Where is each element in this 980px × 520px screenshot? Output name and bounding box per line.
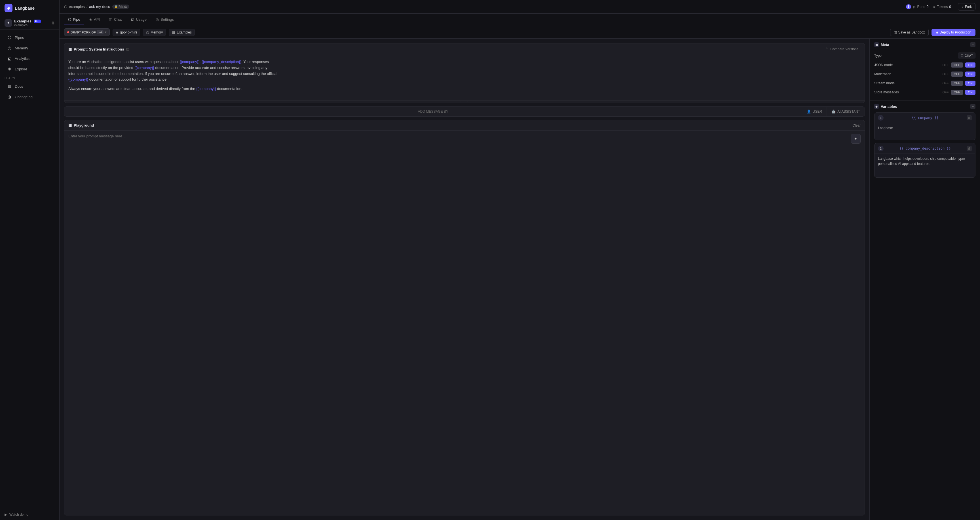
- moderation-off-btn[interactable]: OFF: [951, 72, 963, 77]
- add-ai-message-button[interactable]: 🤖 AI ASSISTANT: [827, 107, 865, 116]
- version-badge: v4: [97, 30, 103, 34]
- var-company-2: {{company}}: [134, 65, 154, 70]
- breadcrumb-separator: /: [86, 5, 88, 9]
- stream-mode-off-label: OFF: [943, 81, 949, 85]
- sidebar-item-changelog[interactable]: ◑ Changelog: [2, 92, 57, 102]
- watch-demo-button[interactable]: ▶ Watch demo: [5, 513, 55, 517]
- variable-1-input[interactable]: [878, 126, 972, 136]
- add-user-message-button[interactable]: 👤 USER: [802, 107, 827, 116]
- json-mode-off-label: OFF: [943, 63, 949, 67]
- playground-icon: ▦: [68, 123, 72, 128]
- json-mode-off-btn[interactable]: OFF: [951, 62, 963, 67]
- sidebar-header: ◈ Langbase: [0, 0, 59, 16]
- run-button[interactable]: ✦: [851, 134, 861, 144]
- prompt-resize-handle[interactable]: · · ·: [64, 100, 865, 103]
- playground-header: ▦ Playground Clear: [64, 120, 865, 131]
- draft-badge[interactable]: DRAFT FORK OF v4 ▾: [64, 29, 110, 36]
- add-message-bar: ADD MESSAGE BY 👤 USER 🤖 AI ASSISTANT: [64, 107, 865, 116]
- deploy-button[interactable]: ◈ Deploy to Production: [932, 29, 975, 36]
- sidebar-item-label: Docs: [15, 84, 23, 89]
- sidebar-item-label: Memory: [15, 46, 28, 50]
- toolbar: DRAFT FORK OF v4 ▾ ◈ gpt-4o-mini ◎ Memor…: [60, 26, 980, 38]
- workspace-switcher-icon[interactable]: ⇅: [51, 21, 55, 25]
- store-messages-off-btn[interactable]: OFF: [951, 90, 963, 95]
- variables-close-button[interactable]: −: [970, 104, 975, 109]
- tab-chat[interactable]: ◫ Chat: [105, 15, 126, 24]
- moderation-label: Moderation: [874, 72, 891, 76]
- meta-close-button[interactable]: −: [970, 42, 975, 47]
- var-company-1: {{company}}: [180, 60, 200, 64]
- prompt-block: ▦ Prompt: System Instructions ◫ ⏱ Compar…: [64, 43, 865, 103]
- variable-2-value-area: [875, 154, 975, 177]
- tab-pipe[interactable]: ⬡ Pipe: [64, 15, 84, 24]
- notification-badge[interactable]: 3: [906, 4, 911, 10]
- model-selector[interactable]: ◈ gpt-4o-mini: [113, 29, 140, 36]
- stream-mode-label: Stream mode: [874, 81, 895, 85]
- type-label: Type: [874, 54, 881, 57]
- store-messages-off-label: OFF: [943, 91, 949, 94]
- chat-tab-label: Chat: [114, 17, 122, 22]
- var-company-4: {{company}}: [196, 86, 216, 91]
- sidebar-item-memory[interactable]: ◎ Memory: [2, 43, 57, 53]
- deploy-label: Deploy to Production: [940, 30, 971, 34]
- stream-mode-on-btn[interactable]: ON: [965, 81, 976, 86]
- store-messages-row: Store messages OFF OFF ON: [874, 88, 975, 97]
- examples-chip[interactable]: ▦ Examples: [169, 29, 195, 36]
- tab-api[interactable]: ◈ API: [85, 15, 104, 24]
- prompt-content[interactable]: You are an AI chatbot designed to assist…: [64, 55, 865, 100]
- breadcrumb-current: ask-my-docs: [89, 5, 110, 9]
- moderation-toggle: OFF OFF ON: [943, 72, 976, 77]
- store-messages-on-btn[interactable]: ON: [965, 90, 976, 95]
- content-area: ▦ Prompt: System Instructions ◫ ⏱ Compar…: [60, 38, 980, 520]
- pro-badge: Pro: [34, 19, 41, 23]
- analytics-icon: ⬕: [7, 56, 12, 61]
- watch-demo-label: Watch demo: [10, 513, 29, 517]
- user-label: USER: [813, 110, 822, 113]
- json-mode-on-btn[interactable]: ON: [965, 62, 976, 67]
- usage-tab-icon: ⬕: [131, 17, 134, 22]
- save-sandbox-button[interactable]: ◫ Save as Sandbox: [890, 29, 929, 36]
- app-logo[interactable]: ◈: [5, 4, 13, 12]
- ai-label: AI ASSISTANT: [837, 110, 860, 113]
- runs-value: 0: [927, 5, 929, 9]
- workspace-info: ✦ Examples Pro examples: [5, 19, 41, 27]
- variable-1-name: {{ company }}: [912, 116, 939, 120]
- save-sandbox-label: Save as Sandbox: [898, 30, 925, 34]
- playground-title: ▦ Playground: [68, 123, 94, 128]
- memory-chip-label: Memory: [151, 30, 163, 34]
- tab-usage[interactable]: ⬕ Usage: [127, 15, 151, 24]
- sidebar-footer: ▶ Watch demo: [0, 509, 59, 520]
- sidebar-item-pipes[interactable]: ⬡ Pipes: [2, 32, 57, 43]
- variable-2-input[interactable]: [878, 156, 972, 173]
- memory-chip[interactable]: ◎ Memory: [143, 29, 166, 36]
- sidebar-item-analytics[interactable]: ⬕ Analytics: [2, 53, 57, 64]
- tab-settings[interactable]: ◎ Settings: [152, 15, 178, 24]
- moderation-row: Moderation OFF OFF ON: [874, 70, 975, 79]
- moderation-on-btn[interactable]: ON: [965, 72, 976, 77]
- meta-title-text: Meta: [881, 43, 889, 47]
- learn-section-label: Learn: [0, 74, 59, 81]
- playground-input[interactable]: [68, 134, 848, 151]
- compare-versions-button[interactable]: ⏱ Compare Versions: [823, 46, 861, 52]
- api-tab-icon: ◈: [89, 17, 92, 22]
- workspace-section[interactable]: ✦ Examples Pro examples ⇅: [0, 16, 59, 30]
- examples-chip-label: Examples: [177, 30, 192, 34]
- fork-button[interactable]: ⑂ Fork: [958, 3, 975, 11]
- variable-2-delete-button[interactable]: 🗑: [967, 146, 972, 151]
- sidebar-nav: ⬡ Pipes ◎ Memory ⬕ Analytics ⊕ Explore L…: [0, 30, 59, 509]
- settings-tab-label: Settings: [161, 17, 174, 22]
- pipe-breadcrumb-icon: ⬡: [64, 5, 67, 9]
- settings-tab-icon: ◎: [156, 17, 159, 22]
- variable-1-delete-button[interactable]: 🗑: [967, 115, 972, 120]
- clear-button[interactable]: Clear: [853, 123, 861, 128]
- playground-title-text: Playground: [74, 123, 94, 128]
- tokens-stat: ◈ Tokens 0: [933, 5, 951, 9]
- sidebar-item-docs[interactable]: ▦ Docs: [2, 81, 57, 91]
- variables-section-title: ◈ Variables: [874, 104, 897, 109]
- stream-mode-off-btn[interactable]: OFF: [951, 81, 963, 86]
- chevron-down-icon: ▾: [105, 30, 107, 34]
- meta-icon: ▦: [874, 42, 879, 47]
- breadcrumb-parent[interactable]: examples: [69, 5, 85, 9]
- variable-2-header: 2 {{ company_description }} 🗑: [875, 144, 975, 154]
- sidebar-item-explore[interactable]: ⊕ Explore: [2, 64, 57, 74]
